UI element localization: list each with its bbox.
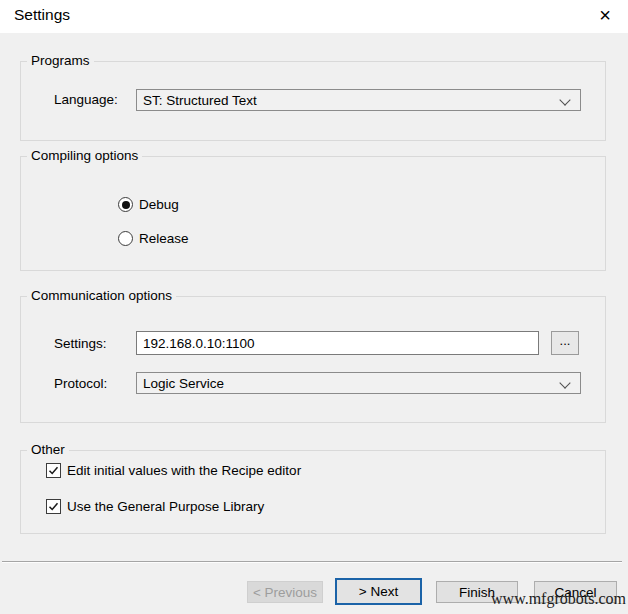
footer-separator [2, 561, 622, 563]
radio-debug-label: Debug [139, 197, 179, 212]
settings-label: Settings: [54, 336, 107, 351]
language-label: Language: [54, 92, 118, 107]
language-dropdown[interactable]: ST: Structured Text [136, 89, 581, 111]
next-button[interactable]: > Next [335, 578, 422, 605]
checkbox-general-purpose-library[interactable]: Use the General Purpose Library [46, 499, 264, 514]
checkbox-general-purpose-library-icon[interactable] [46, 499, 61, 514]
browse-button[interactable]: ... [551, 331, 579, 355]
group-communication-title: Communication options [27, 288, 176, 303]
close-icon[interactable]: × [590, 0, 620, 30]
settings-input[interactable] [136, 331, 539, 355]
checkbox-recipe-editor-label: Edit initial values with the Recipe edit… [67, 463, 301, 478]
checkbox-recipe-editor-icon[interactable] [46, 463, 61, 478]
radio-release-label: Release [139, 231, 189, 246]
group-other: Other Edit initial values with the Recip… [20, 450, 606, 534]
protocol-dropdown[interactable]: Logic Service [136, 372, 581, 394]
protocol-selected-value: Logic Service [143, 376, 580, 391]
group-programs-title: Programs [27, 53, 94, 68]
language-selected-value: ST: Structured Text [143, 93, 580, 108]
checkbox-recipe-editor[interactable]: Edit initial values with the Recipe edit… [46, 463, 301, 478]
checkbox-general-purpose-library-label: Use the General Purpose Library [67, 499, 264, 514]
group-other-title: Other [27, 442, 69, 457]
radio-release[interactable]: Release [118, 231, 189, 246]
titlebar: Settings × [0, 0, 628, 33]
watermark-text: www.mfgrobots.com [491, 590, 626, 608]
group-compiling-title: Compiling options [27, 148, 142, 163]
radio-release-icon[interactable] [118, 231, 133, 246]
group-compiling-options: Compiling options Debug Release [20, 156, 606, 271]
radio-debug-icon[interactable] [118, 197, 133, 212]
protocol-label: Protocol: [54, 376, 107, 391]
group-communication-options: Communication options Settings: ... Prot… [20, 296, 606, 423]
radio-debug[interactable]: Debug [118, 197, 179, 212]
dialog-body: Programs Language: ST: Structured Text C… [0, 33, 628, 614]
previous-button[interactable]: < Previous [247, 581, 323, 603]
dialog-title: Settings [14, 6, 70, 24]
settings-dialog: Settings × Programs Language: ST: Struct… [0, 0, 628, 614]
group-programs: Programs Language: ST: Structured Text [20, 61, 606, 141]
